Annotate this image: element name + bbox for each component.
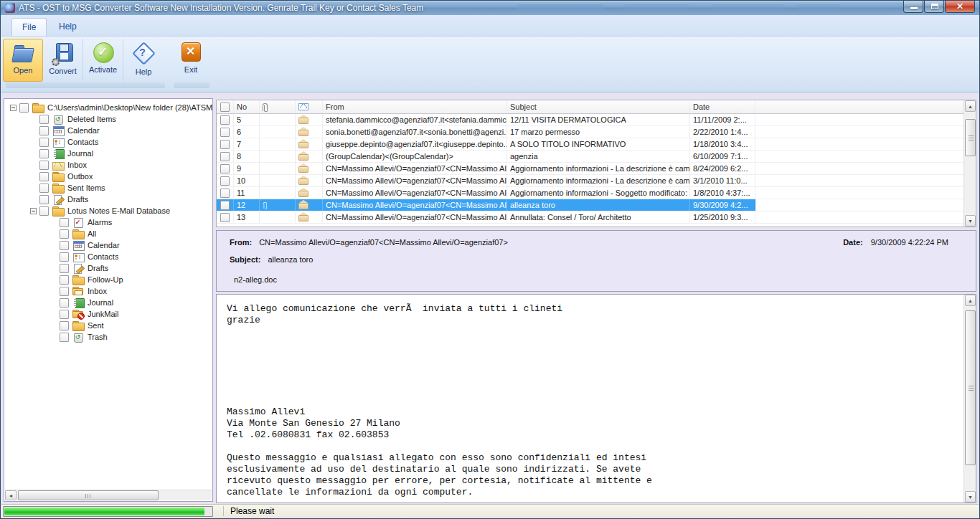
tree-item-checkbox[interactable] — [60, 241, 69, 250]
tree-item[interactable]: Sent — [7, 320, 212, 331]
row-checkbox[interactable] — [220, 189, 230, 198]
email-date: 3/1/2010 11:0... — [690, 175, 755, 186]
select-all-checkbox[interactable] — [220, 103, 230, 112]
tree-item-checkbox[interactable] — [39, 115, 49, 124]
column-header-attachment[interactable] — [260, 100, 296, 113]
tree-item[interactable]: Inbox — [7, 159, 212, 171]
tree-item[interactable]: Drafts — [7, 194, 212, 205]
minimize-button[interactable] — [903, 1, 923, 13]
tree-item[interactable]: Contacts — [7, 251, 212, 262]
scroll-up-arrow-icon[interactable]: ▲ — [965, 295, 976, 306]
tree-item[interactable]: Follow-Up — [7, 274, 212, 285]
email-row[interactable]: 12 CN=Massimo Allevi/O=agenziaf07<CN=Mas… — [217, 199, 976, 211]
row-checkbox[interactable] — [220, 201, 230, 210]
exit-button[interactable]: Exit — [171, 39, 211, 82]
tree-item-checkbox[interactable] — [60, 298, 69, 308]
email-row[interactable]: 8 (GroupCalendar)<(GroupCalendar)> agenz… — [217, 151, 976, 163]
close-button[interactable]: ✕ — [945, 1, 975, 13]
convert-button[interactable]: Convert — [43, 39, 83, 82]
tree-item[interactable]: Contacts — [7, 136, 212, 148]
tree-item[interactable]: Calendar — [7, 125, 212, 136]
email-row[interactable]: 11 CN=Massimo Allevi/O=agenziaf07<CN=Mas… — [217, 187, 976, 199]
tree-item[interactable]: Sent Items — [7, 182, 212, 194]
email-row[interactable]: 13 CN=Massimo Allevi/O=agenziaf07<CN=Mas… — [217, 211, 976, 224]
row-checkbox[interactable] — [220, 164, 230, 173]
email-no: 10 — [234, 175, 260, 186]
attachment-file[interactable]: n2-alleg.doc — [234, 275, 277, 284]
email-list-scrollbar[interactable]: ▲ ▼ — [963, 100, 976, 227]
tree-item-checkbox[interactable] — [39, 126, 49, 135]
row-checkbox[interactable] — [220, 213, 230, 222]
tree-item-checkbox[interactable] — [60, 287, 69, 296]
column-header-subject[interactable]: Subject — [507, 100, 690, 113]
tree-item[interactable]: Trash — [7, 331, 212, 343]
email-row[interactable]: 10 CN=Massimo Allevi/O=agenziaf07<CN=Mas… — [217, 175, 976, 187]
scroll-down-arrow-icon[interactable]: ▼ — [965, 491, 976, 503]
email-row[interactable]: 7 giuseppe.depinto@agenziaf07.it<giusepp… — [217, 138, 976, 151]
scroll-up-arrow-icon[interactable]: ▲ — [965, 100, 976, 112]
activate-button[interactable]: Activate — [83, 39, 123, 82]
preview-pane: From: CN=Massimo Allevi/O=agenziaf07<CN=… — [216, 230, 976, 292]
tree-item-checkbox[interactable] — [39, 195, 49, 204]
tree-item-checkbox[interactable] — [60, 264, 69, 273]
tree-item-checkbox[interactable] — [60, 229, 69, 239]
progress-bar — [3, 506, 213, 517]
tree-item-checkbox[interactable] — [39, 172, 49, 181]
tree-item[interactable]: Calendar — [7, 239, 212, 251]
tree-item-checkbox[interactable] — [19, 103, 29, 113]
tree-item[interactable]: Deleted Items — [7, 113, 212, 125]
help-button[interactable]: Help — [123, 39, 164, 82]
tree-item-checkbox[interactable] — [60, 252, 69, 262]
tree-item-checkbox[interactable] — [60, 275, 69, 285]
row-checkbox[interactable] — [220, 140, 230, 149]
column-header-envelope[interactable] — [296, 100, 323, 113]
scrollbar-thumb[interactable] — [18, 490, 159, 500]
tree-item-checkbox[interactable] — [39, 161, 49, 170]
column-header-date[interactable]: Date — [690, 100, 755, 113]
tree-item-checkbox[interactable] — [39, 138, 49, 147]
tree-item[interactable]: Inbox — [7, 285, 212, 297]
row-checkbox[interactable] — [220, 176, 230, 186]
tree-item-checkbox[interactable] — [60, 333, 69, 342]
envelope-icon — [52, 161, 64, 170]
tree-item-checkbox[interactable] — [39, 184, 49, 193]
row-checkbox[interactable] — [220, 128, 230, 137]
tree-item[interactable]: JunkMail — [7, 308, 212, 320]
scroll-down-arrow-icon[interactable]: ▼ — [965, 215, 976, 227]
tree-item[interactable]: All — [7, 228, 212, 239]
expander-minus-icon[interactable] — [10, 105, 17, 111]
scrollbar-thumb[interactable] — [965, 119, 976, 156]
maximize-button[interactable] — [924, 1, 944, 13]
email-row[interactable]: 9 CN=Massimo Allevi/O=agenziaf07<CN=Mass… — [217, 163, 976, 175]
tree-item[interactable]: Drafts — [7, 262, 212, 274]
tree-horizontal-scrollbar[interactable]: ◄ ► — [5, 490, 212, 500]
tree-item-checkbox[interactable] — [39, 206, 49, 216]
tree-item[interactable]: C:\Users\admin\Desktop\New folder (28)\A… — [7, 102, 212, 113]
email-row[interactable]: 6 sonia.bonetti@agenziaf07.it<sonia.bone… — [217, 126, 976, 138]
preview-subject-value: alleanza toro — [268, 255, 313, 264]
email-from: (GroupCalendar)<(GroupCalendar)> — [323, 151, 507, 162]
tab-file[interactable]: File — [11, 18, 47, 36]
column-header-no[interactable]: No — [234, 100, 260, 113]
tree-item[interactable]: Outbox — [7, 171, 212, 182]
open-button[interactable]: Open — [3, 39, 43, 82]
tree-item-checkbox[interactable] — [39, 149, 49, 158]
expander-minus-icon[interactable] — [30, 208, 37, 214]
row-checkbox[interactable] — [220, 152, 230, 161]
tree-item[interactable]: Journal — [7, 297, 212, 308]
folder-icon — [52, 184, 64, 193]
email-row[interactable]: 5 stefania.dammicco@agenziaf07.it<stefan… — [217, 114, 976, 126]
tree-item-checkbox[interactable] — [60, 310, 69, 319]
tree-item[interactable]: Lotus Notes E-Mail Database — [7, 205, 212, 216]
tree-item-checkbox[interactable] — [60, 218, 69, 227]
column-header-from[interactable]: From — [323, 100, 507, 113]
body-scrollbar[interactable]: ▲ ▼ — [963, 295, 976, 503]
tree-item[interactable]: Alarms — [7, 216, 212, 228]
tree-item-checkbox[interactable] — [60, 321, 69, 330]
tab-help[interactable]: Help — [49, 18, 87, 36]
tree-item[interactable]: Journal — [7, 148, 212, 159]
tree-item-label: Calendar — [88, 241, 120, 249]
scrollbar-thumb[interactable] — [965, 310, 976, 465]
row-checkbox[interactable] — [220, 115, 230, 125]
scroll-left-arrow-icon[interactable]: ◄ — [5, 490, 17, 500]
